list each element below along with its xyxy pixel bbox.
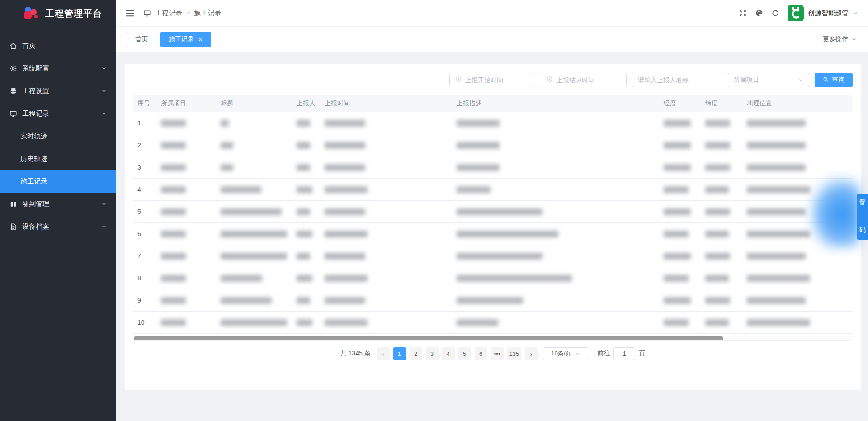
sidebar-item[interactable]: 工程设置 <box>0 80 116 102</box>
tab-construction-records[interactable]: 施工记录 <box>160 32 211 47</box>
reporter-name-input[interactable] <box>638 76 717 84</box>
redacted-cell <box>156 231 216 237</box>
search-icon <box>823 76 829 84</box>
app-title: 工程管理平台 <box>45 8 102 20</box>
redacted-cell <box>292 186 320 193</box>
table-row[interactable]: 6 <box>133 223 853 245</box>
table-row[interactable]: 10 <box>133 312 853 334</box>
reporter-name-field[interactable] <box>632 73 722 87</box>
sidebar-item[interactable]: 设备档案 <box>0 215 116 238</box>
goto-page-input[interactable] <box>613 347 635 360</box>
tab-home[interactable]: 首页 <box>127 32 156 47</box>
table-row[interactable]: 3 <box>133 156 853 179</box>
redacted-cell <box>292 253 320 260</box>
redacted-cell <box>216 208 292 215</box>
redacted-cell <box>156 208 216 215</box>
column-header: 纬度 <box>701 99 742 108</box>
redacted-cell <box>742 186 853 193</box>
redacted-cell <box>742 142 853 149</box>
redacted-cell <box>742 231 853 237</box>
sidebar-item[interactable]: 工程记录 <box>0 102 116 125</box>
more-pages-button[interactable]: ••• <box>491 347 504 360</box>
redacted-cell <box>156 142 216 149</box>
start-time-input[interactable] <box>465 76 529 84</box>
breadcrumb-separator: > <box>186 9 190 17</box>
redacted-cell <box>452 142 659 149</box>
horizontal-scrollbar <box>133 336 853 341</box>
sidebar-item[interactable]: 签到管理 <box>0 193 116 215</box>
floating-button-bottom[interactable]: 码 <box>859 226 866 234</box>
page-button[interactable]: 1 <box>393 347 406 360</box>
end-time-picker[interactable] <box>541 73 627 87</box>
filter-bar: 所属项目 查询 <box>133 73 853 87</box>
refresh-icon[interactable] <box>771 9 779 17</box>
archive-icon <box>9 222 17 231</box>
table-row[interactable]: 7 <box>133 245 853 267</box>
close-icon[interactable] <box>198 37 203 42</box>
row-seq: 10 <box>133 319 156 326</box>
redacted-cell <box>452 186 659 193</box>
app-logo: 工程管理平台 <box>0 0 116 27</box>
user-menu[interactable]: 创源智能超管 <box>788 5 858 21</box>
start-time-picker[interactable] <box>449 73 535 87</box>
redacted-cell <box>701 253 742 260</box>
page-size-select[interactable]: 10条/页 <box>543 347 588 360</box>
redacted-cell <box>452 164 659 171</box>
end-time-input[interactable] <box>557 76 621 84</box>
redacted-cell <box>320 186 452 193</box>
project-select[interactable]: 所属项目 <box>728 73 809 87</box>
redacted-cell <box>701 297 742 304</box>
redacted-cell <box>659 231 701 237</box>
table-row[interactable]: 8 <box>133 267 853 289</box>
page-button[interactable]: 6 <box>475 347 487 360</box>
column-header: 上报描述 <box>452 99 659 108</box>
redacted-cell <box>156 319 216 326</box>
sidebar-subitem[interactable]: 历史轨迹 <box>0 147 116 170</box>
redacted-cell <box>292 275 320 282</box>
sidebar-item[interactable]: 首页 <box>0 34 116 57</box>
page-button[interactable]: 4 <box>442 347 455 360</box>
search-button[interactable]: 查询 <box>815 73 853 87</box>
table-row[interactable]: 1 <box>133 112 853 134</box>
sidebar-subitem[interactable]: 施工记录 <box>0 170 116 193</box>
more-actions-button[interactable]: 更多操作 <box>823 35 857 43</box>
breadcrumb-parent[interactable]: 工程记录 <box>155 9 182 18</box>
page-button[interactable]: 2 <box>410 347 422 360</box>
row-seq: 1 <box>133 119 156 127</box>
table-row[interactable]: 2 <box>133 134 853 156</box>
page-button[interactable]: 135 <box>507 347 522 360</box>
breadcrumb-current: 施工记录 <box>194 9 221 18</box>
sidebar-subitem[interactable]: 实时轨迹 <box>0 125 116 147</box>
fullscreen-icon[interactable] <box>739 9 747 17</box>
floating-button-top[interactable]: 置 <box>859 199 866 207</box>
redacted-cell <box>216 319 292 326</box>
pagination: 共 1345 条 ‹ 123456•••135 › 10条/页 前往 页 <box>133 347 853 360</box>
chevron-down-icon <box>575 351 580 356</box>
sidebar-item-label: 工程设置 <box>22 87 49 95</box>
redacted-cell <box>452 231 659 237</box>
table-row[interactable]: 4 <box>133 179 853 201</box>
redacted-cell <box>156 120 216 127</box>
hamburger-icon[interactable] <box>126 9 134 17</box>
redacted-cell <box>292 297 320 304</box>
palette-icon[interactable] <box>755 9 763 17</box>
next-page-button[interactable]: › <box>525 347 538 360</box>
column-header: 序号 <box>133 99 156 108</box>
chevron-down-icon <box>101 88 107 94</box>
redacted-cell <box>292 142 320 149</box>
redacted-cell <box>292 208 320 215</box>
redacted-cell <box>292 319 320 326</box>
table-row[interactable]: 5 <box>133 201 853 223</box>
sidebar-item[interactable]: 系统配置 <box>0 57 116 80</box>
database-icon <box>9 87 17 95</box>
table-row[interactable]: 9 <box>133 289 853 312</box>
sidebar-item-label: 签到管理 <box>22 200 49 208</box>
page-button[interactable]: 5 <box>458 347 471 360</box>
redacted-cell <box>659 253 701 260</box>
redacted-cell <box>742 164 853 171</box>
prev-page-button[interactable]: ‹ <box>377 347 390 360</box>
page-button[interactable]: 3 <box>426 347 439 360</box>
chevron-down-icon <box>798 77 803 83</box>
scrollbar-thumb[interactable] <box>134 336 723 340</box>
floating-side-buttons[interactable]: 置 码 <box>857 194 868 240</box>
